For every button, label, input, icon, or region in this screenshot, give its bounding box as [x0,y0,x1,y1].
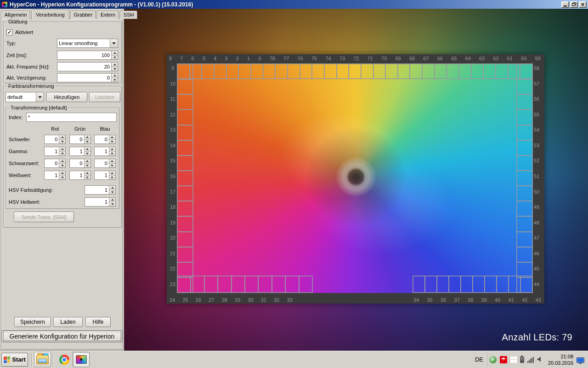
spin-buttons[interactable] [59,171,65,179]
spin-buttons[interactable] [84,135,90,144]
spin-down-icon[interactable] [109,139,115,144]
spin-up-icon[interactable] [109,147,115,151]
sende-trans-button[interactable]: Sende Trans. [SSH] [14,212,74,222]
spin-buttons[interactable] [59,147,65,155]
tab-verarbeitung[interactable]: Verarbeitung [31,10,69,19]
index-input[interactable]: * [26,113,117,122]
tab-extern[interactable]: Extern [97,11,119,19]
language-indicator[interactable]: DE [475,356,483,363]
spin-down-icon[interactable] [109,175,115,180]
spin-down-icon[interactable] [59,163,65,168]
spin-down-icon[interactable] [109,202,115,207]
hsv-farbsaettigung-spinbox[interactable]: 1 [85,185,116,195]
schwarzwert-gruen-spinbox[interactable]: 0 [69,159,91,168]
zeit-spinbox[interactable]: 100 [57,51,118,60]
spin-down-icon[interactable] [85,163,90,168]
spin-up-icon[interactable] [109,186,115,190]
generiere-konfiguration-button[interactable]: Generiere Konfiguration für Hyperion [2,330,122,342]
tab-grabber[interactable]: Grabber [70,11,96,19]
gamma-gruen-spinbox[interactable]: 1 [69,147,91,156]
tab-ssh[interactable]: SSH [120,11,138,19]
spin-down-icon[interactable] [59,175,65,180]
chevron-down-icon[interactable] [36,92,44,102]
gamma-rot-spinbox[interactable]: 1 [44,147,66,156]
spin-up-icon[interactable] [59,171,65,175]
windows-logo-icon[interactable] [510,356,517,363]
spin-up-icon[interactable] [112,74,118,78]
spin-buttons[interactable] [109,147,115,155]
tray-clock[interactable]: 21:08 20.03.2016 [548,353,573,366]
spin-buttons[interactable] [59,135,65,144]
smoothing-type-dropdown[interactable]: Linear smoothing [57,39,118,48]
loeschen-button[interactable]: Löschen [89,92,120,102]
spin-buttons[interactable] [84,159,90,167]
update-ok-icon[interactable] [489,356,497,363]
spin-down-icon[interactable] [59,139,65,144]
verzoegerung-spinbox[interactable]: 0 [57,73,118,82]
minimize-icon[interactable] [561,1,569,8]
spin-up-icon[interactable] [59,159,65,163]
chevron-down-icon[interactable] [110,39,118,47]
spin-up-icon[interactable] [109,135,115,139]
spin-down-icon[interactable] [112,78,118,82]
restore-icon[interactable] [570,1,578,8]
spin-buttons[interactable] [109,159,115,167]
hinzufuegen-button[interactable]: Hinzufügen [46,92,87,102]
schwelle-gruen-spinbox[interactable]: 0 [69,135,91,144]
start-button[interactable]: Start [1,353,28,367]
spin-buttons[interactable] [109,135,115,144]
laden-button[interactable]: Laden [53,317,83,327]
spin-up-icon[interactable] [109,171,115,175]
schwarzwert-rot-spinbox[interactable]: 0 [44,159,66,168]
avira-icon[interactable] [500,356,507,363]
spin-up-icon[interactable] [85,171,90,175]
spin-down-icon[interactable] [85,151,90,156]
spin-buttons[interactable] [111,63,118,71]
spin-down-icon[interactable] [112,67,118,71]
weisswert-blau-spinbox[interactable]: 1 [94,171,116,180]
spin-up-icon[interactable] [109,159,115,163]
spin-buttons[interactable] [109,171,115,179]
battery-icon[interactable] [520,356,524,363]
spin-buttons[interactable] [111,74,118,82]
weisswert-rot-spinbox[interactable]: 1 [44,171,66,180]
spin-buttons[interactable] [84,147,90,155]
spin-down-icon[interactable] [109,163,115,168]
spin-up-icon[interactable] [109,198,115,202]
spin-down-icon[interactable] [109,190,115,195]
signal-bars-icon[interactable] [527,356,534,363]
spin-buttons[interactable] [109,198,115,206]
profile-dropdown[interactable]: default [6,92,44,102]
spin-up-icon[interactable] [85,159,90,163]
gamma-blau-spinbox[interactable]: 1 [94,147,116,156]
spin-down-icon[interactable] [112,55,118,60]
spin-down-icon[interactable] [59,151,65,156]
hypercon-task-button[interactable] [73,352,90,367]
spin-buttons[interactable] [109,186,115,194]
frequenz-spinbox[interactable]: 20 [57,62,118,71]
schwelle-rot-spinbox[interactable]: 0 [44,135,66,144]
spin-down-icon[interactable] [85,139,90,144]
titlebar[interactable]: HyperCon - Hyperion Konfigurationsprogra… [0,0,588,9]
schwarzwert-blau-spinbox[interactable]: 0 [94,159,116,168]
speichern-button[interactable]: Speichern [14,317,51,327]
aktiviert-checkbox[interactable] [6,29,12,35]
spin-up-icon[interactable] [59,135,65,139]
spin-down-icon[interactable] [85,175,90,180]
spin-down-icon[interactable] [109,151,115,156]
close-icon[interactable] [579,1,587,8]
spin-up-icon[interactable] [85,135,90,139]
speaker-icon[interactable] [537,356,543,363]
hilfe-button[interactable]: Hilfe [85,317,111,327]
weisswert-gruen-spinbox[interactable]: 1 [69,171,91,180]
spin-buttons[interactable] [84,171,90,179]
spin-up-icon[interactable] [112,63,118,67]
hsv-hellwert-spinbox[interactable]: 1 [85,197,116,207]
spin-up-icon[interactable] [112,51,118,55]
spin-buttons[interactable] [111,51,118,59]
tab-allgemein[interactable]: Allgemein [1,11,30,19]
spin-up-icon[interactable] [85,147,90,151]
display-icon[interactable] [577,357,584,363]
spin-up-icon[interactable] [59,147,65,151]
schwelle-blau-spinbox[interactable]: 0 [94,135,116,144]
